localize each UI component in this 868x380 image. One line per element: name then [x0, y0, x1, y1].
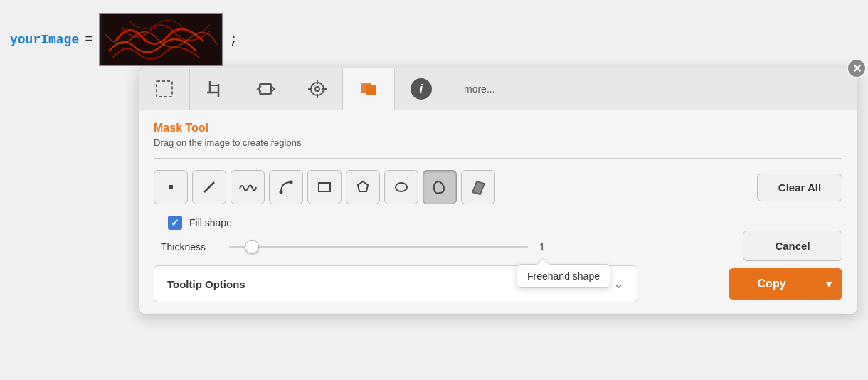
tool-polygon[interactable] — [346, 170, 380, 204]
svg-point-17 — [280, 191, 283, 194]
svg-point-8 — [315, 87, 319, 91]
svg-rect-1 — [157, 81, 172, 97]
freehand-tooltip: Freehand shape — [517, 264, 610, 288]
tool-ellipse[interactable] — [384, 170, 418, 204]
freehand-tooltip-text: Freehand shape — [527, 270, 600, 282]
tab-selection[interactable] — [139, 68, 190, 110]
tool-freehand-shape[interactable] — [423, 170, 457, 204]
svg-point-18 — [290, 181, 293, 184]
tool-line[interactable] — [192, 170, 226, 204]
fill-shape-checkbox[interactable] — [168, 216, 182, 230]
tab-transform[interactable] — [240, 68, 292, 110]
tool-eraser[interactable] — [461, 170, 495, 204]
thickness-slider[interactable] — [229, 240, 528, 254]
tab-more[interactable]: more... — [448, 68, 511, 110]
image-thumbnail — [99, 13, 223, 66]
svg-rect-6 — [260, 84, 271, 94]
svg-point-21 — [396, 183, 407, 191]
panel-title: Mask Tool — [154, 122, 842, 134]
mask-tool-panel: ✕ — [139, 68, 857, 315]
svg-rect-14 — [366, 85, 376, 95]
tool-freehand[interactable] — [231, 170, 265, 204]
chevron-down-icon: ⌄ — [613, 276, 624, 292]
copy-button-label: Copy — [729, 268, 815, 300]
code-semicolon: ; — [229, 31, 238, 48]
svg-line-16 — [204, 182, 214, 192]
tab-crop[interactable] — [190, 68, 240, 110]
right-buttons: Cancel Copy ▼ — [729, 231, 842, 300]
close-button[interactable]: ✕ — [847, 58, 867, 78]
fill-shape-label: Fill shape — [189, 217, 232, 228]
drawing-tools-row: Clear All — [154, 170, 842, 204]
tab-more-label: more... — [464, 83, 495, 95]
code-equals: = — [85, 31, 93, 48]
clear-all-button[interactable]: Clear All — [757, 174, 842, 201]
svg-rect-15 — [169, 185, 173, 189]
thickness-value: 1 — [539, 241, 554, 253]
tab-mask[interactable] — [343, 68, 395, 110]
svg-marker-20 — [358, 181, 368, 191]
tool-bezier[interactable] — [269, 170, 303, 204]
copy-dropdown-arrow[interactable]: ▼ — [815, 269, 842, 299]
fill-shape-row: Fill shape — [168, 216, 842, 230]
slider-track — [229, 246, 528, 248]
svg-point-7 — [311, 83, 324, 95]
thickness-label: Thickness — [161, 241, 218, 253]
tool-point[interactable] — [154, 170, 188, 204]
toolbar: i more... — [139, 68, 857, 110]
tool-rectangle[interactable] — [307, 170, 342, 204]
svg-rect-19 — [319, 183, 330, 191]
tab-info[interactable]: i — [395, 68, 448, 110]
tab-target[interactable] — [292, 68, 343, 110]
copy-button[interactable]: Copy ▼ — [729, 268, 842, 300]
code-variable: yourImage — [10, 33, 79, 47]
cancel-button[interactable]: Cancel — [743, 231, 842, 261]
code-line: yourImage = ; — [10, 13, 238, 66]
panel-subtitle: Drag on the image to create regions — [154, 137, 842, 148]
divider — [154, 158, 842, 159]
slider-thumb[interactable] — [245, 240, 259, 254]
